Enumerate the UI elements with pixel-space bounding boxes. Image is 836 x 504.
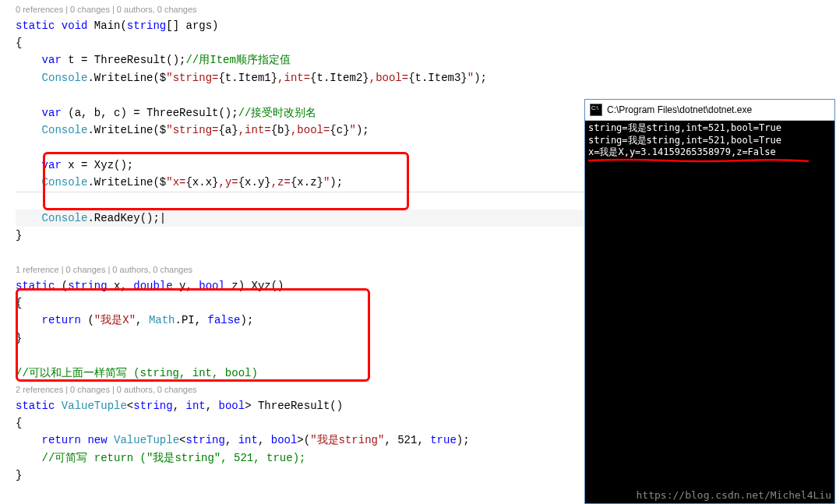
code-line[interactable]: //可以和上面一样简写 (string, int, bool) [16, 365, 584, 382]
code-line[interactable] [16, 192, 584, 210]
codelens-xyz[interactable]: 1 reference | 0 changes | 0 authors, 0 c… [16, 263, 584, 277]
console-titlebar[interactable]: C:\Program Files\dotnet\dotnet.exe [585, 100, 834, 121]
code-line[interactable]: } [16, 467, 584, 484]
code-line[interactable]: { [16, 294, 584, 312]
code-line[interactable]: //可简写 return ("我是string", 521, true); [16, 449, 584, 467]
code-line[interactable] [16, 347, 584, 364]
code-line[interactable]: } [16, 330, 584, 347]
code-line[interactable]: var x = Xyz(); [16, 157, 584, 174]
codelens-main[interactable]: 0 references | 0 changes | 0 authors, 0 … [16, 3, 584, 17]
code-line[interactable]: return new ValueTuple<string, int, bool>… [16, 432, 584, 449]
annotation-underline [587, 158, 813, 163]
code-line[interactable] [16, 245, 584, 262]
code-line[interactable]: { [16, 414, 584, 432]
code-line[interactable]: Console.WriteLine($"string={t.Item1},int… [16, 69, 584, 86]
watermark: https://blog.csdn.net/Michel4Liu [637, 489, 831, 501]
code-line[interactable]: return ("我是X", Math.PI, false); [16, 312, 584, 329]
console-output[interactable]: string=我是string,int=521,bool=True string… [585, 121, 834, 503]
console-window[interactable]: C:\Program Files\dotnet\dotnet.exe strin… [584, 99, 835, 504]
code-line[interactable]: var (a, b, c) = ThreeResult();//接受时改别名 [16, 104, 584, 122]
console-icon [590, 104, 602, 116]
code-line[interactable]: Console.WriteLine($"string={a},int={b},b… [16, 122, 584, 139]
codelens-three[interactable]: 2 references | 0 changes | 0 authors, 0 … [16, 383, 584, 397]
code-line[interactable] [16, 86, 584, 104]
code-line[interactable] [16, 139, 584, 156]
code-line[interactable]: static void Main(string[] args) [16, 17, 584, 34]
console-title: C:\Program Files\dotnet\dotnet.exe [607, 104, 752, 115]
code-line[interactable]: static ValueTuple<string, int, bool> Thr… [16, 397, 584, 414]
code-line[interactable]: var t = ThreeResult();//用Item顺序指定值 [16, 51, 584, 69]
code-editor[interactable]: 0 references | 0 changes | 0 authors, 0 … [0, 0, 584, 485]
code-line[interactable]: Console.ReadKey();| [16, 210, 584, 227]
code-line[interactable]: static (string x, double y, bool z) Xyz(… [16, 277, 584, 294]
code-line[interactable]: { [16, 34, 584, 51]
code-line[interactable]: Console.WriteLine($"x={x.x},y={x.y},z={x… [16, 174, 584, 191]
code-line[interactable]: } [16, 227, 584, 244]
